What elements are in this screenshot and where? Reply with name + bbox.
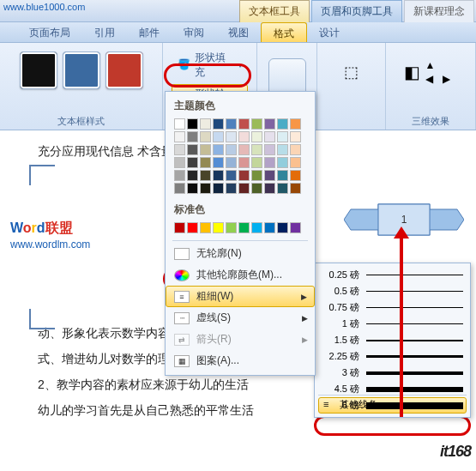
color-swatch[interactable] [251, 118, 262, 130]
menu-dashes[interactable]: ┄虚线(S)▶ [166, 307, 315, 329]
threed-effects-icon[interactable]: ◧ [404, 62, 420, 82]
color-swatch[interactable] [238, 157, 250, 168]
tab-review[interactable]: 审阅 [172, 22, 216, 42]
color-swatch[interactable] [251, 222, 262, 233]
color-swatch[interactable] [187, 144, 198, 155]
color-swatch[interactable] [277, 183, 288, 194]
weight-option[interactable]: 1 磅 [318, 316, 467, 332]
color-swatch[interactable] [187, 118, 198, 130]
style-swatch-blue[interactable] [63, 51, 100, 89]
color-swatch[interactable] [187, 131, 198, 142]
color-swatch[interactable] [238, 118, 250, 130]
weight-option[interactable]: 2.25 磅 [318, 348, 467, 365]
color-swatch[interactable] [174, 222, 185, 233]
color-swatch[interactable] [226, 170, 237, 181]
color-swatch[interactable] [251, 170, 262, 181]
weight-option[interactable]: 0.5 磅 [318, 283, 467, 299]
color-swatch[interactable] [264, 222, 275, 233]
menu-no-outline[interactable]: 无轮廓(N) [166, 243, 315, 264]
tab-references[interactable]: 引用 [82, 22, 127, 42]
color-swatch[interactable] [187, 222, 198, 233]
weight-option[interactable]: 0.25 磅 [318, 267, 467, 283]
tab-view[interactable]: 视图 [216, 22, 261, 42]
color-swatch[interactable] [238, 144, 250, 155]
style-gallery[interactable] [16, 46, 147, 94]
color-swatch[interactable] [238, 183, 250, 194]
menu-arrows[interactable]: ⇄箭头(R)▶ [166, 329, 315, 350]
ctx-tab-course[interactable]: 新课程理念 [404, 0, 474, 22]
style-swatch-red[interactable] [105, 51, 143, 89]
color-swatch[interactable] [174, 157, 185, 168]
color-swatch[interactable] [238, 131, 250, 142]
color-swatch[interactable] [200, 157, 211, 168]
color-swatch[interactable] [226, 144, 237, 155]
color-swatch[interactable] [290, 183, 301, 194]
menu-pattern[interactable]: ▦图案(A)... [166, 350, 315, 371]
color-swatch[interactable] [200, 131, 211, 142]
color-swatch[interactable] [187, 170, 198, 181]
color-swatch[interactable] [174, 170, 185, 181]
color-swatch[interactable] [200, 144, 211, 155]
color-swatch[interactable] [200, 183, 211, 194]
color-swatch[interactable] [251, 131, 262, 142]
textbox-handle[interactable] [29, 165, 55, 185]
color-swatch[interactable] [264, 183, 275, 194]
color-swatch[interactable] [213, 170, 224, 181]
color-swatch[interactable] [277, 157, 288, 168]
color-swatch[interactable] [200, 170, 211, 181]
rotate-right-icon[interactable]: ▶ [443, 73, 458, 85]
tab-page-layout[interactable]: 页面布局 [17, 22, 82, 42]
color-swatch[interactable] [213, 118, 224, 130]
color-swatch[interactable] [277, 222, 288, 233]
rotate-up-icon[interactable]: ▲ [425, 59, 441, 71]
menu-more-lines[interactable]: ≡ 其他线条 [318, 395, 467, 414]
color-swatch[interactable] [213, 183, 224, 194]
color-swatch[interactable] [290, 131, 301, 142]
color-swatch[interactable] [174, 183, 185, 194]
color-swatch[interactable] [277, 131, 288, 142]
color-swatch[interactable] [200, 118, 211, 130]
color-swatch[interactable] [187, 157, 198, 168]
color-swatch[interactable] [238, 170, 250, 181]
textbox-handle[interactable] [29, 309, 55, 329]
color-swatch[interactable] [251, 157, 262, 168]
color-swatch[interactable] [238, 222, 250, 233]
ctx-tab-header-footer-tools[interactable]: 页眉和页脚工具 [311, 0, 402, 22]
color-swatch[interactable] [290, 118, 301, 130]
color-swatch[interactable] [277, 170, 288, 181]
color-swatch[interactable] [200, 222, 211, 233]
color-swatch[interactable] [264, 170, 275, 181]
color-swatch[interactable] [264, 131, 275, 142]
color-swatch[interactable] [264, 118, 275, 130]
rotate-left-icon[interactable]: ◀ [425, 73, 441, 85]
menu-more-outline-colors[interactable]: 其他轮廓颜色(M)... [166, 264, 315, 286]
color-swatch[interactable] [226, 222, 237, 233]
color-swatch[interactable] [226, 183, 237, 194]
color-swatch[interactable] [174, 131, 185, 142]
color-swatch[interactable] [277, 144, 288, 155]
color-swatch[interactable] [226, 118, 237, 130]
color-swatch[interactable] [226, 131, 237, 142]
menu-weight[interactable]: ≡粗细(W)▶ [166, 286, 315, 307]
color-swatch[interactable] [290, 170, 301, 181]
color-swatch[interactable] [290, 157, 301, 168]
ctx-tab-textbox-tools[interactable]: 文本框工具 [239, 0, 310, 22]
color-swatch[interactable] [290, 222, 301, 233]
tab-mailings[interactable]: 邮件 [127, 22, 172, 42]
weight-option[interactable]: 0.75 磅 [318, 299, 467, 316]
color-swatch[interactable] [213, 144, 224, 155]
color-swatch[interactable] [174, 118, 185, 130]
weight-option[interactable]: 3 磅 [318, 365, 467, 381]
color-swatch[interactable] [174, 144, 185, 155]
color-swatch[interactable] [277, 118, 288, 130]
style-swatch-black[interactable] [20, 51, 57, 89]
color-swatch[interactable] [187, 183, 198, 194]
color-swatch[interactable] [213, 222, 224, 233]
color-swatch[interactable] [251, 144, 262, 155]
color-swatch[interactable] [226, 157, 237, 168]
tab-design[interactable]: 设计 [307, 22, 352, 42]
color-swatch[interactable] [264, 144, 275, 155]
shape-fill-button[interactable]: 🪣 形状填充 ▾ [172, 48, 248, 82]
color-swatch[interactable] [264, 157, 275, 168]
tab-format[interactable]: 格式 [261, 22, 307, 42]
